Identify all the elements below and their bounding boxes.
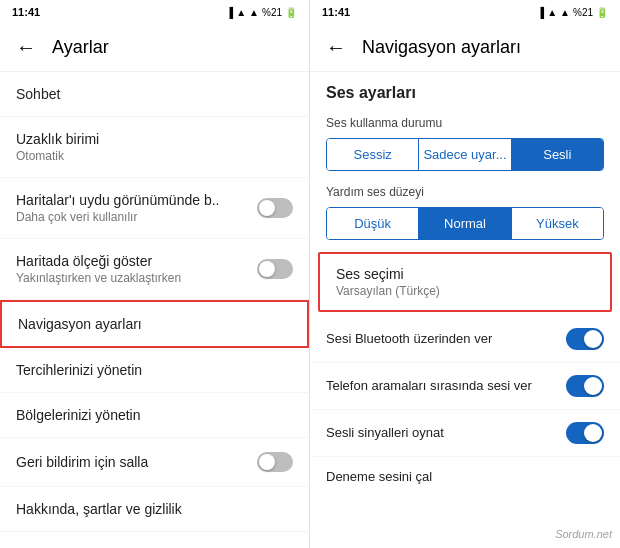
- bluetooth-toggle[interactable]: [566, 328, 604, 350]
- dusuk-btn[interactable]: Düşük: [327, 208, 419, 239]
- sinyal-item[interactable]: Sesli sinyalleri oynat: [310, 410, 620, 457]
- geri-toggle[interactable]: [257, 452, 293, 472]
- sinyal-toggle[interactable]: [566, 422, 604, 444]
- right-panel: 11:41 ▐ ▲ ▲ %21 🔋 ← Navigasyon ayarları …: [310, 0, 620, 548]
- yardim-control: Düşük Normal Yüksek: [326, 207, 604, 240]
- uydu-title: Haritalar'ı uydu görünümünde b..: [16, 192, 219, 208]
- uydu-toggle[interactable]: [257, 198, 293, 218]
- hakkinda-title: Hakkında, şartlar ve gizlilik: [16, 501, 293, 517]
- right-status-bar: 11:41 ▐ ▲ ▲ %21 🔋: [310, 0, 620, 24]
- left-top-bar: ← Ayarlar: [0, 24, 309, 72]
- ses-secimi-subtitle: Varsayılan (Türkçe): [336, 284, 594, 298]
- right-back-button[interactable]: ←: [326, 36, 346, 59]
- ses-kullanim-label: Ses kullanma durumu: [310, 110, 620, 134]
- bluetooth-item[interactable]: Sesi Bluetooth üzerinden ver: [310, 316, 620, 363]
- bluetooth-label: Sesi Bluetooth üzerinden ver: [326, 331, 566, 348]
- list-item-bolge[interactable]: Bölgelerinizi yönetin: [0, 393, 309, 438]
- battery-icon: 🔋: [285, 7, 297, 18]
- sim-icon: ▐: [226, 7, 233, 18]
- sadece-btn[interactable]: Sadece uyar...: [419, 139, 511, 170]
- normal-btn[interactable]: Normal: [419, 208, 511, 239]
- signal-icon: ▲: [249, 7, 259, 18]
- olcek-subtitle: Yakınlaştırken ve uzaklaştırken: [16, 271, 181, 285]
- sesli-btn[interactable]: Sesli: [512, 139, 603, 170]
- telefon-item[interactable]: Telefon aramaları sırasında sesi ver: [310, 363, 620, 410]
- sessiz-btn[interactable]: Sessiz: [327, 139, 419, 170]
- left-page-title: Ayarlar: [52, 37, 109, 58]
- navigasyon-title: Navigasyon ayarları: [18, 316, 291, 332]
- r-signal-icon: ▲: [560, 7, 570, 18]
- list-item-geri[interactable]: Geri bildirim için salla: [0, 438, 309, 487]
- ses-ayarlari-header: Ses ayarları: [310, 72, 620, 110]
- left-status-icons: ▐ ▲ ▲ %21 🔋: [226, 7, 297, 18]
- right-status-icons: ▐ ▲ ▲ %21 🔋: [537, 7, 608, 18]
- sohbet-title: Sohbet: [16, 86, 293, 102]
- left-back-button[interactable]: ←: [16, 36, 36, 59]
- watermark: Sordum.net: [555, 528, 612, 540]
- list-item-tercih[interactable]: Tercihlerinizi yönetin: [0, 348, 309, 393]
- right-top-bar: ← Navigasyon ayarları: [310, 24, 620, 72]
- deneme-item[interactable]: Deneme sesini çal: [310, 457, 620, 496]
- r-sim-icon: ▐: [537, 7, 544, 18]
- yuksek-btn[interactable]: Yüksek: [512, 208, 603, 239]
- list-item-sohbet[interactable]: Sohbet: [0, 72, 309, 117]
- geri-title: Geri bildirim için salla: [16, 454, 148, 470]
- sinyal-label: Sesli sinyalleri oynat: [326, 425, 566, 442]
- uzaklik-subtitle: Otomatik: [16, 149, 293, 163]
- uydu-subtitle: Daha çok veri kullanılır: [16, 210, 219, 224]
- list-item-hakkinda[interactable]: Hakkında, şartlar ve gizlilik: [0, 487, 309, 532]
- ses-secimi-title: Ses seçimi: [336, 266, 594, 282]
- list-item-uzaklik[interactable]: Uzaklık birimi Otomatik: [0, 117, 309, 178]
- deneme-label: Deneme sesini çal: [326, 469, 432, 484]
- uzaklik-title: Uzaklık birimi: [16, 131, 293, 147]
- right-page-title: Navigasyon ayarları: [362, 37, 521, 58]
- list-item-olcek[interactable]: Haritada ölçeği göster Yakınlaştırken ve…: [0, 239, 309, 300]
- bolge-title: Bölgelerinizi yönetin: [16, 407, 293, 423]
- olcek-toggle[interactable]: [257, 259, 293, 279]
- list-item-uydu[interactable]: Haritalar'ı uydu görünümünde b.. Daha ço…: [0, 178, 309, 239]
- yardim-label: Yardım ses düzeyi: [310, 179, 620, 203]
- r-battery-text: %21: [573, 7, 593, 18]
- left-panel: 11:41 ▐ ▲ ▲ %21 🔋 ← Ayarlar Sohbet Uzakl…: [0, 0, 310, 548]
- ses-secimi-item[interactable]: Ses seçimi Varsayılan (Türkçe): [318, 252, 612, 312]
- battery-text: %21: [262, 7, 282, 18]
- wifi-icon: ▲: [236, 7, 246, 18]
- list-item-navigasyon[interactable]: Navigasyon ayarları: [0, 300, 309, 348]
- ses-kullanim-control: Sessiz Sadece uyar... Sesli: [326, 138, 604, 171]
- telefon-toggle[interactable]: [566, 375, 604, 397]
- right-time: 11:41: [322, 6, 350, 18]
- r-wifi-icon: ▲: [547, 7, 557, 18]
- olcek-title: Haritada ölçeği göster: [16, 253, 181, 269]
- r-battery-icon: 🔋: [596, 7, 608, 18]
- tercih-title: Tercihlerinizi yönetin: [16, 362, 293, 378]
- left-time: 11:41: [12, 6, 40, 18]
- settings-list: Sohbet Uzaklık birimi Otomatik Haritalar…: [0, 72, 309, 548]
- left-status-bar: 11:41 ▐ ▲ ▲ %21 🔋: [0, 0, 309, 24]
- telefon-label: Telefon aramaları sırasında sesi ver: [326, 378, 566, 395]
